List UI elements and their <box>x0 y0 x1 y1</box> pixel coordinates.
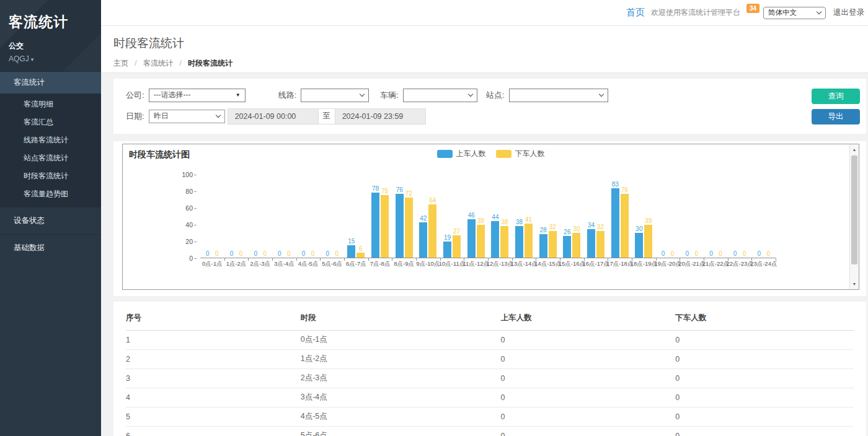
bar[interactable] <box>563 236 571 258</box>
bar-value-label: 0 <box>685 250 689 257</box>
bar-value-label: 0 <box>694 250 698 257</box>
table-row: 43点-4点00 <box>126 388 854 408</box>
submenu-item-2[interactable]: 线路客流统计 <box>0 131 101 149</box>
bar-value-label: 0 <box>719 250 722 257</box>
bar-wrap: 0 <box>740 250 748 258</box>
chart-container: 时段车流统计图 上车人数下车人数 020406080100 000点-1点001… <box>122 144 859 290</box>
legend-label: 上车人数 <box>456 149 486 159</box>
bar[interactable] <box>515 226 523 258</box>
bar[interactable] <box>405 198 413 258</box>
scroll-down-icon[interactable]: ▼ <box>850 282 859 286</box>
scroll-up-icon[interactable]: ▲ <box>850 147 859 152</box>
page-heading: 时段客流统计 主页 / 客流统计 / 时段客流统计 <box>101 26 868 73</box>
table-body: 10点-1点0021点-2点0032点-3点0043点-4点0054点-5点00… <box>126 331 854 436</box>
bar[interactable] <box>549 231 557 258</box>
x-tick-label: 20点-21点 <box>678 260 705 268</box>
bar-value-label: 64 <box>429 197 436 204</box>
company-select[interactable]: ---请选择--- ▼ <box>149 89 246 102</box>
query-button[interactable]: 查询 <box>812 89 860 104</box>
bar-value-label: 0 <box>709 250 713 257</box>
chart-legend: 上车人数下车人数 <box>437 149 545 159</box>
bar-wrap: 38 <box>500 219 508 258</box>
user-menu[interactable]: AQGJ▾ <box>9 54 92 63</box>
sidebar-item-2[interactable]: 基础数据 <box>0 234 101 261</box>
date-preset-select[interactable]: 昨日 <box>149 110 225 123</box>
bar[interactable] <box>572 233 580 258</box>
submenu-item-5[interactable]: 客流量趋势图 <box>0 185 101 203</box>
bar[interactable] <box>621 194 629 258</box>
bar[interactable] <box>500 226 508 258</box>
bar-wrap: 46 <box>467 212 476 258</box>
bar[interactable] <box>596 231 604 258</box>
bar-value-label: 42 <box>420 215 427 222</box>
date-end-input[interactable]: 2024-01-09 23:59 <box>335 108 426 124</box>
chart-y-axis: 020406080100 <box>123 175 197 258</box>
bar[interactable] <box>611 188 619 258</box>
submenu-item-1[interactable]: 客流汇总 <box>0 113 101 131</box>
bar[interactable] <box>477 225 485 258</box>
legend-item[interactable]: 上车人数 <box>437 149 486 159</box>
bar[interactable] <box>428 204 436 258</box>
submenu-item-3[interactable]: 站点客流统计 <box>0 149 101 167</box>
logout-link[interactable]: 退出登录 <box>833 7 864 18</box>
chart-scrollbar[interactable]: ▲ ▼ <box>849 144 859 289</box>
bar[interactable] <box>587 229 595 258</box>
x-tick-label: 22点-23点 <box>726 260 753 268</box>
bar-group: 002点-3点 <box>248 175 272 258</box>
filter-row-2: 日期: 昨日 2024-01-09 00:00 至 2024-01-09 23:… <box>126 109 866 123</box>
breadcrumb-section[interactable]: 客流统计 <box>143 59 173 68</box>
company-value: ---请选择--- <box>154 90 191 100</box>
x-tick-label: 10点-11点 <box>439 260 466 268</box>
sidebar-item-1[interactable]: 设备状态 <box>0 207 101 234</box>
bar-group: 837617点-18点 <box>608 175 632 258</box>
bar-value-label: 19 <box>444 234 451 241</box>
scrollbar-thumb[interactable] <box>851 155 857 264</box>
bar[interactable] <box>443 242 451 258</box>
home-link[interactable]: 首页 <box>626 7 645 19</box>
bar[interactable] <box>491 221 499 258</box>
bar[interactable] <box>396 194 404 258</box>
bar[interactable] <box>635 233 643 258</box>
submenu-item-4[interactable]: 时段客流统计 <box>0 167 101 185</box>
x-tick-label: 23点-24点 <box>750 260 777 268</box>
date-start-input[interactable]: 2024-01-09 00:00 <box>228 108 319 124</box>
bar-value-label: 32 <box>597 224 604 230</box>
bar-value-label: 0 <box>239 250 243 257</box>
sidebar-item-0[interactable]: 客流统计 <box>0 71 101 94</box>
bar-value-label: 0 <box>287 250 291 257</box>
bar-group: 004点-5点 <box>296 175 321 258</box>
bar-value-label: 38 <box>516 219 523 225</box>
bar[interactable] <box>347 245 355 258</box>
table-header-row: 序号时段上车人数下车人数 <box>126 307 854 331</box>
bar-wrap: 0 <box>261 250 269 258</box>
station-select[interactable] <box>509 89 608 102</box>
line-select[interactable] <box>301 89 369 102</box>
notification-badge[interactable]: 34 <box>746 4 760 13</box>
bar[interactable] <box>644 225 652 258</box>
bar[interactable] <box>356 253 365 258</box>
vehicle-select[interactable] <box>403 89 477 102</box>
y-tick-label: 40 <box>185 221 193 229</box>
bar[interactable] <box>371 193 379 258</box>
submenu-item-0[interactable]: 客流明细 <box>0 95 101 113</box>
breadcrumb-home[interactable]: 主页 <box>113 59 128 68</box>
bar[interactable] <box>539 234 547 258</box>
table-cell: 4 <box>126 388 301 408</box>
language-select[interactable]: 简体中文 <box>763 7 826 19</box>
bar[interactable] <box>453 235 461 258</box>
bar-value-label: 38 <box>501 219 508 225</box>
bar[interactable] <box>525 224 533 258</box>
user-name: AQGJ <box>9 54 29 63</box>
bar-value-label: 32 <box>549 224 556 230</box>
table-cell: 0 <box>675 350 854 369</box>
bar[interactable] <box>419 222 427 258</box>
table-header-cell: 序号 <box>126 307 301 331</box>
bar-value-label: 0 <box>733 250 737 257</box>
bar[interactable] <box>381 195 389 258</box>
bar-wrap: 0 <box>659 250 667 258</box>
bar-wrap: 30 <box>635 225 643 258</box>
bar-wrap: 83 <box>611 181 619 258</box>
export-button[interactable]: 导出 <box>812 109 860 124</box>
legend-item[interactable]: 下车人数 <box>496 149 545 159</box>
bar[interactable] <box>467 219 476 258</box>
